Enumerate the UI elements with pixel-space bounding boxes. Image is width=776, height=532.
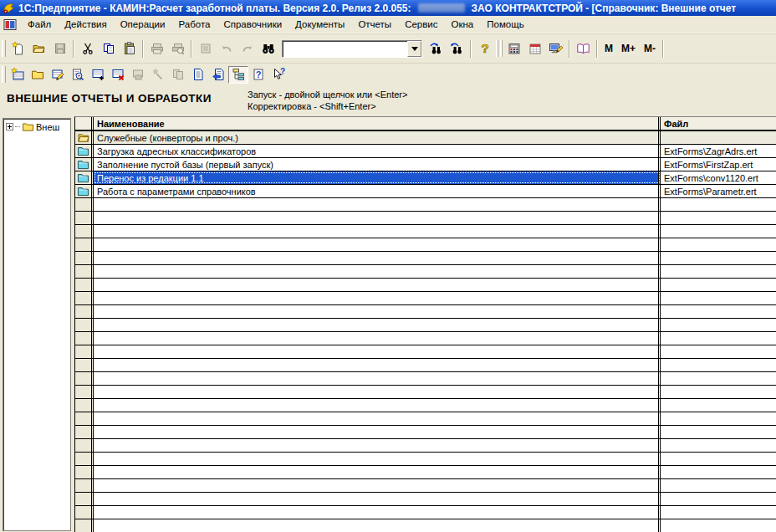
table-row-empty[interactable]: [75, 479, 776, 493]
table-row-empty[interactable]: [75, 426, 776, 439]
row-file[interactable]: [661, 265, 776, 278]
row-move-button[interactable]: [128, 66, 148, 84]
menu-file[interactable]: Файл: [21, 18, 58, 31]
row-name[interactable]: [94, 279, 661, 291]
table-row-empty[interactable]: [75, 453, 776, 466]
row-file[interactable]: [661, 506, 776, 519]
toolbar-grip[interactable]: [2, 66, 6, 83]
row-name[interactable]: [94, 372, 661, 385]
row-file[interactable]: [661, 453, 776, 465]
table-row-empty[interactable]: [75, 466, 776, 479]
table-row-selected[interactable]: Перенос из редакции 1.1 ExtForms\conv112…: [75, 171, 776, 185]
row-file[interactable]: [661, 292, 776, 304]
redo-button[interactable]: [237, 39, 258, 59]
row-name[interactable]: Загрузка адресных классификаторов: [94, 145, 661, 157]
row-file[interactable]: [661, 359, 776, 371]
table-row-empty[interactable]: [75, 506, 776, 519]
table-row-empty[interactable]: [75, 305, 776, 319]
row-file[interactable]: [661, 305, 776, 318]
wand-new-button[interactable]: [148, 66, 168, 84]
save-button[interactable]: [49, 39, 70, 59]
row-file[interactable]: [661, 212, 776, 224]
undo-button[interactable]: [216, 39, 237, 59]
cut-button[interactable]: [77, 39, 98, 59]
row-file[interactable]: [661, 198, 776, 211]
calendar-button[interactable]: [524, 39, 545, 59]
row-name[interactable]: Заполнение пустой базы (первый запуск): [94, 158, 661, 171]
table-row-empty[interactable]: [75, 319, 776, 332]
context-help-button[interactable]: ?: [268, 66, 288, 84]
table-row-empty[interactable]: [75, 252, 776, 265]
row-name[interactable]: Служебные (конверторы и проч.): [94, 131, 661, 144]
row-name[interactable]: [94, 265, 661, 278]
table-row-empty[interactable]: [75, 519, 776, 532]
paste-button[interactable]: [119, 39, 140, 59]
row-file[interactable]: [661, 399, 776, 412]
copy-pages-button[interactable]: [168, 66, 188, 84]
table-row-empty[interactable]: [75, 279, 776, 292]
menu-reports[interactable]: Отчеты: [351, 18, 398, 31]
table-row-empty[interactable]: [75, 225, 776, 238]
group-new-button[interactable]: [28, 66, 48, 84]
table-row-empty[interactable]: [75, 292, 776, 305]
row-file[interactable]: [661, 386, 776, 398]
table-row[interactable]: Работа с параметрами справочников ExtFor…: [75, 185, 776, 198]
tree-node-root[interactable]: Внеш: [3, 119, 70, 132]
memory-subtract-button[interactable]: M-: [640, 41, 660, 56]
table-row-empty[interactable]: [75, 265, 776, 279]
search-input[interactable]: [283, 41, 407, 57]
table-row[interactable]: Заполнение пустой базы (первый запуск) E…: [75, 158, 776, 171]
row-new-button[interactable]: [8, 66, 28, 84]
row-name[interactable]: [94, 332, 661, 345]
table-row-empty[interactable]: [75, 212, 776, 225]
row-name[interactable]: [94, 252, 661, 264]
row-name[interactable]: [94, 479, 661, 492]
row-name[interactable]: [94, 519, 661, 532]
row-file[interactable]: [661, 332, 776, 345]
row-file[interactable]: [661, 519, 776, 532]
row-file[interactable]: [661, 466, 776, 478]
find-button[interactable]: [258, 39, 278, 59]
row-name[interactable]: [94, 439, 661, 452]
row-view-button[interactable]: [68, 66, 88, 84]
document-button[interactable]: [188, 66, 208, 84]
row-file[interactable]: [661, 131, 776, 144]
combobox-dropdown-button[interactable]: [407, 41, 421, 57]
toolbar-grip[interactable]: [496, 40, 498, 57]
format-box-button[interactable]: [195, 39, 216, 59]
table-row-empty[interactable]: [75, 332, 776, 345]
row-name[interactable]: [94, 359, 661, 371]
row-name[interactable]: [94, 225, 661, 238]
row-file[interactable]: [661, 345, 776, 358]
row-file[interactable]: ExtForms\ZagrAdrs.ert: [661, 145, 776, 157]
row-delete-button[interactable]: [108, 66, 128, 84]
table-row-empty[interactable]: [75, 412, 776, 426]
row-name[interactable]: [94, 345, 661, 358]
find-next-button[interactable]: [426, 39, 447, 59]
document-transfer-button[interactable]: [208, 66, 228, 84]
group-tree-panel[interactable]: Внеш: [3, 118, 71, 531]
row-file[interactable]: ExtForms\Parametr.ert: [661, 185, 776, 197]
row-name[interactable]: [94, 453, 661, 465]
open-button[interactable]: [28, 39, 49, 59]
calculator-button[interactable]: [503, 39, 524, 59]
table-row[interactable]: Служебные (конверторы и проч.): [75, 131, 776, 145]
row-name[interactable]: Работа с параметрами справочников: [94, 185, 661, 197]
row-name[interactable]: [94, 412, 661, 425]
find-previous-button[interactable]: [447, 39, 467, 59]
toolbar-grip[interactable]: [500, 40, 503, 57]
help-box-button[interactable]: ?: [248, 66, 268, 84]
row-file[interactable]: [661, 372, 776, 385]
row-file[interactable]: ExtForms\FirstZap.ert: [661, 158, 776, 171]
row-name[interactable]: [94, 238, 661, 251]
new-document-button[interactable]: [8, 39, 28, 59]
row-file[interactable]: [661, 238, 776, 251]
row-file[interactable]: ExtForms\conv1120.ert: [661, 171, 776, 184]
guide-book-button[interactable]: [573, 39, 594, 59]
row-copy-add-button[interactable]: [88, 66, 108, 84]
row-file[interactable]: [661, 319, 776, 331]
table-row[interactable]: Загрузка адресных классификаторов ExtFor…: [75, 145, 776, 158]
menu-operations[interactable]: Операции: [114, 18, 172, 31]
row-name[interactable]: [94, 399, 661, 412]
row-name[interactable]: [94, 506, 661, 519]
